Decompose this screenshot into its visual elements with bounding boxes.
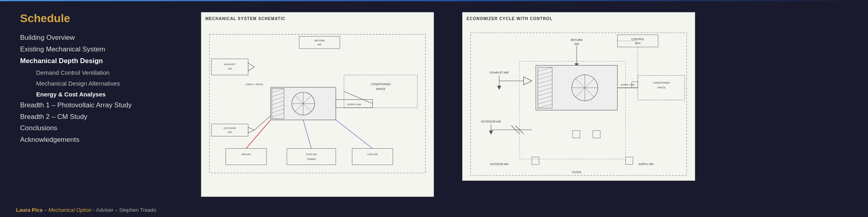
center-diagram-title: MECHANICAL SYSTEM SCHEMATIC (205, 16, 285, 21)
economizer-schematic-svg: CONTROL BOX RETURN AIR EXHAUST AIR (467, 24, 691, 181)
svg-text:OUTDOOR AIR: OUTDOOR AIR (490, 163, 508, 166)
svg-text:OUTDOOR AIR: OUTDOOR AIR (481, 120, 501, 123)
center-diagram: MECHANICAL SYSTEM SCHEMATIC RETURN AIR E… (201, 12, 434, 197)
svg-text:AIR: AIR (317, 43, 322, 46)
svg-text:RETURN: RETURN (314, 39, 324, 42)
right-diagram-title: ECONOMIZER CYCLE WITH CONTROL (467, 16, 691, 21)
svg-text:CONTROL: CONTROL (631, 38, 645, 41)
svg-text:SPACE: SPACE (657, 86, 665, 89)
sidebar-title: Schedule (20, 12, 189, 25)
footer: Laura Pica – Mechanical Option - Adviser… (16, 207, 156, 213)
svg-text:CHILLER: CHILLER (367, 153, 378, 156)
sidebar-item-breadth-cm[interactable]: Breadth 2 – CM Study (20, 111, 189, 123)
svg-text:ZONE A / SPACE: ZONE A / SPACE (246, 83, 263, 86)
sidebar: Schedule Building Overview Existing Mech… (0, 0, 201, 217)
svg-text:TOWER: TOWER (307, 158, 316, 160)
sidebar-subitem-demand-control[interactable]: Demand Control Ventilation (36, 67, 189, 78)
svg-text:SUPPLY AIR: SUPPLY AIR (620, 83, 635, 86)
svg-text:SUPPLY AIR: SUPPLY AIR (639, 163, 654, 166)
sidebar-item-mechanical-depth[interactable]: Mechanical Depth Design (20, 55, 189, 67)
footer-dash: – (43, 207, 48, 213)
svg-text:EXHAUST: EXHAUST (224, 63, 236, 66)
svg-text:BOILER: BOILER (242, 153, 251, 156)
center-diagram-content: RETURN AIR EXHAUST AIR CONDITIONED SPACE (205, 23, 430, 192)
svg-text:BOX: BOX (635, 42, 641, 45)
svg-text:AIR: AIR (228, 67, 232, 70)
svg-text:RETURN: RETURN (571, 39, 583, 42)
sidebar-subitem-energy-cost[interactable]: Energy & Cost Analyses (36, 89, 189, 100)
svg-text:CONDITIONED: CONDITIONED (371, 83, 391, 86)
footer-adviser: - Adviser – Stephen Treado (92, 207, 156, 213)
svg-text:EXHAUST AIR: EXHAUST AIR (490, 71, 509, 74)
svg-text:FILTER: FILTER (572, 171, 581, 174)
svg-text:SUPPLY AIR: SUPPLY AIR (347, 103, 362, 106)
mechanical-schematic-svg: RETURN AIR EXHAUST AIR CONDITIONED SPACE (205, 23, 430, 192)
sidebar-item-existing-mechanical[interactable]: Existing Mechanical System (20, 44, 189, 55)
sidebar-item-breadth-pv[interactable]: Breadth 1 – Photovoltaic Array Study (20, 100, 189, 111)
svg-text:AIR: AIR (228, 131, 232, 133)
sidebar-item-building-overview[interactable]: Building Overview (20, 32, 189, 44)
right-diagram: ECONOMIZER CYCLE WITH CONTROL CONTROL BO… (462, 12, 695, 181)
sidebar-item-conclusions[interactable]: Conclusions (20, 123, 189, 134)
svg-text:AIR: AIR (574, 43, 579, 46)
sidebar-item-acknowledgements[interactable]: Acknowledgements (20, 134, 189, 146)
footer-option: Mechanical Option (48, 207, 92, 213)
svg-text:SPACE: SPACE (376, 88, 385, 91)
footer-name: Laura Pica (16, 207, 43, 213)
sidebar-subitem-mechanical-design-alt[interactable]: Mechanical Design Alternatives (36, 78, 189, 89)
svg-text:CONDITIONED: CONDITIONED (653, 81, 670, 84)
svg-text:OUTDOOR: OUTDOOR (223, 127, 236, 129)
svg-text:COOLING: COOLING (306, 153, 317, 156)
